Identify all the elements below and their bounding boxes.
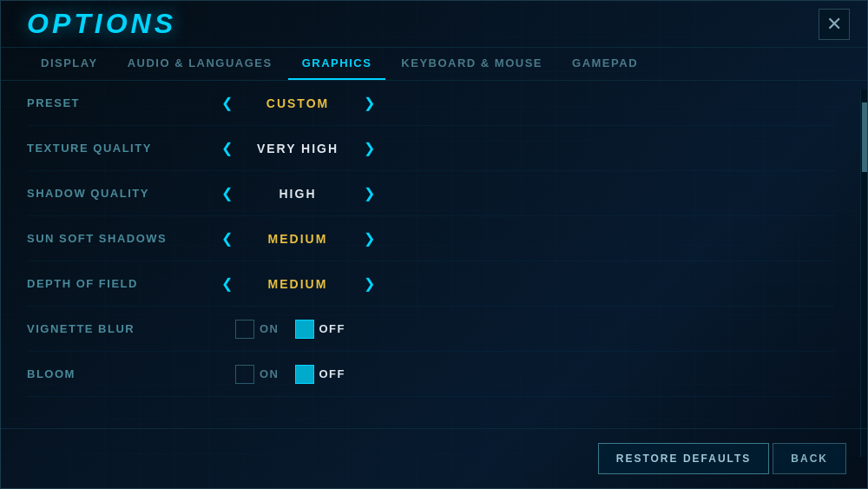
bloom-on-box[interactable] (235, 365, 254, 384)
back-button[interactable]: BACK (773, 443, 846, 474)
preset-arrow-left[interactable]: ❮ (218, 95, 235, 112)
bloom-off[interactable]: OFF (295, 365, 346, 384)
setting-texture-quality: TEXTURE QUALITY ❮ VERY HIGH ❯ (27, 126, 834, 171)
texture-quality-value: VERY HIGH (246, 142, 350, 155)
vignette-blur-off[interactable]: OFF (295, 320, 346, 339)
sun-soft-shadows-selector: ❮ MEDIUM ❯ (218, 230, 378, 248)
tab-keyboard[interactable]: KEYBOARD & MOUSE (387, 48, 556, 80)
preset-value: CUSTOM (246, 96, 350, 110)
tab-graphics[interactable]: GRAPHICS (288, 48, 386, 80)
depth-of-field-label: DEPTH OF FIELD (27, 277, 218, 290)
setting-depth-of-field: DEPTH OF FIELD ❮ MEDIUM ❯ (27, 261, 834, 307)
depth-of-field-arrow-right[interactable]: ❯ (360, 275, 378, 293)
vignette-blur-toggle: ON OFF (235, 320, 345, 339)
setting-bloom: BLOOM ON OFF (27, 352, 834, 397)
vignette-blur-on[interactable]: ON (235, 320, 279, 339)
vignette-blur-on-box[interactable] (235, 320, 254, 339)
depth-of-field-arrow-left[interactable]: ❮ (218, 275, 235, 293)
setting-preset: PRESET ❮ CUSTOM ❯ (27, 81, 834, 126)
preset-selector: ❮ CUSTOM ❯ (218, 95, 378, 112)
title-bar: OPTIONS ✕ (1, 1, 867, 48)
bloom-on[interactable]: ON (235, 365, 279, 384)
preset-label: PRESET (27, 96, 218, 109)
vignette-blur-label: VIGNETTE BLUR (27, 322, 218, 335)
shadow-quality-arrow-left[interactable]: ❮ (218, 185, 235, 202)
restore-defaults-button[interactable]: RESTORE DEFAULTS (598, 443, 770, 474)
texture-quality-label: TEXTURE QUALITY (27, 142, 218, 155)
tab-bar: DISPLAY AUDIO & LANGUAGES GRAPHICS KEYBO… (1, 48, 867, 81)
close-button[interactable]: ✕ (819, 9, 850, 40)
preset-arrow-right[interactable]: ❯ (360, 95, 378, 112)
shadow-quality-arrow-right[interactable]: ❯ (360, 185, 378, 202)
texture-quality-selector: ❮ VERY HIGH ❯ (218, 140, 378, 157)
scrollbar-track (860, 89, 867, 457)
sun-soft-shadows-value: MEDIUM (246, 232, 350, 246)
sun-soft-shadows-arrow-right[interactable]: ❯ (360, 230, 378, 248)
content-area: PRESET ❮ CUSTOM ❯ TEXTURE QUALITY ❮ VERY… (1, 81, 867, 466)
bloom-label: BLOOM (27, 367, 218, 380)
vignette-blur-off-label: OFF (319, 322, 346, 335)
bloom-on-label: ON (260, 367, 279, 380)
options-dialog: OPTIONS ✕ DISPLAY AUDIO & LANGUAGES GRAP… (0, 0, 868, 489)
setting-sun-soft-shadows: SUN SOFT SHADOWS ❮ MEDIUM ❯ (27, 216, 834, 261)
setting-shadow-quality: SHADOW QUALITY ❮ HIGH ❯ (27, 171, 834, 216)
settings-panel: PRESET ❮ CUSTOM ❯ TEXTURE QUALITY ❮ VERY… (1, 81, 860, 466)
vignette-blur-on-label: ON (260, 322, 279, 335)
texture-quality-arrow-left[interactable]: ❮ (218, 140, 235, 157)
shadow-quality-selector: ❮ HIGH ❯ (218, 185, 378, 202)
sun-soft-shadows-label: SUN SOFT SHADOWS (27, 232, 218, 245)
tab-display[interactable]: DISPLAY (27, 48, 112, 80)
bloom-off-label: OFF (319, 367, 346, 380)
dialog-title: OPTIONS (27, 8, 176, 40)
shadow-quality-value: HIGH (246, 187, 350, 201)
tab-gamepad[interactable]: GAMEPAD (558, 48, 652, 80)
bloom-off-box[interactable] (295, 365, 314, 384)
depth-of-field-selector: ❮ MEDIUM ❯ (218, 275, 378, 293)
vignette-blur-off-box[interactable] (295, 320, 314, 339)
sun-soft-shadows-arrow-left[interactable]: ❮ (218, 230, 235, 248)
bloom-toggle: ON OFF (235, 365, 345, 384)
tab-audio[interactable]: AUDIO & LANGUAGES (114, 48, 286, 80)
footer: RESTORE DEFAULTS BACK (1, 428, 867, 488)
depth-of-field-value: MEDIUM (246, 277, 350, 291)
shadow-quality-label: SHADOW QUALITY (27, 187, 218, 200)
texture-quality-arrow-right[interactable]: ❯ (360, 140, 378, 157)
scrollbar-thumb[interactable] (862, 102, 867, 172)
setting-vignette-blur: VIGNETTE BLUR ON OFF (27, 307, 834, 352)
